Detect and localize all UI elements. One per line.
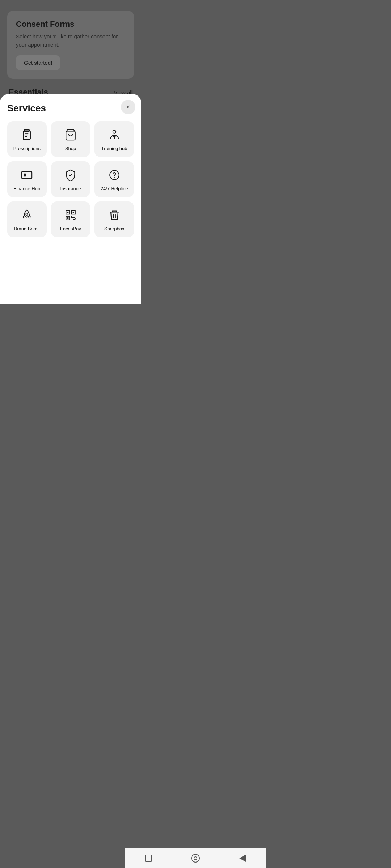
finance-service-label: Finance Hub [13,186,40,191]
prescriptions-service-icon [20,128,33,141]
finance-service-icon [20,169,33,182]
finance-service-svg [21,169,33,181]
modal-overlay: × Services Prescriptions [0,94,141,313]
brandboost-service-icon [20,209,33,222]
svg-point-14 [113,130,116,133]
prescription-service-svg [21,129,33,141]
svg-rect-24 [73,212,74,213]
insurance-service-svg [64,169,77,181]
svg-point-19 [114,177,115,178]
svg-rect-22 [67,212,68,213]
service-item-sharpbox[interactable]: Sharpbox [94,201,134,237]
modal-close-button[interactable]: × [121,100,135,114]
service-item-brandboost[interactable]: Brand Boost [7,201,47,237]
facespay-service-icon [64,209,77,222]
svg-rect-16 [22,171,32,179]
consent-description: Select how you'd like to gather consent … [16,33,125,49]
training-service-svg [108,129,121,141]
svg-point-20 [26,213,28,215]
helpline-service-label: 24/7 Helpline [101,186,128,191]
svg-rect-17 [24,174,26,177]
services-modal: × Services Prescriptions [0,94,141,304]
service-item-finance[interactable]: Finance Hub [7,161,47,197]
helpline-service-svg [108,169,121,181]
services-grid: Prescriptions Shop [7,121,134,237]
sharpbox-service-label: Sharpbox [104,226,125,231]
prescriptions-service-label: Prescriptions [13,146,41,151]
facespay-service-label: FacesPay [60,226,81,231]
service-item-insurance[interactable]: Insurance [51,161,91,197]
shop-service-icon [64,128,77,141]
helpline-service-icon [108,169,121,182]
sharpbox-service-icon [108,209,121,222]
trash-service-svg [108,209,121,221]
service-item-prescriptions[interactable]: Prescriptions [7,121,47,157]
get-started-button[interactable]: Get started! [16,55,60,70]
service-item-helpline[interactable]: 24/7 Helpline [94,161,134,197]
service-item-facespay[interactable]: FacesPay [51,201,91,237]
modal-title: Services [7,101,134,114]
consent-title: Consent Forms [16,20,125,29]
shop-service-svg [64,129,77,141]
svg-rect-26 [67,217,68,219]
training-service-icon [108,128,121,141]
qrcode-service-svg [64,209,77,221]
service-item-shop[interactable]: Shop [51,121,91,157]
brandboost-service-label: Brand Boost [14,226,40,231]
training-service-label: Training hub [101,146,127,151]
rocket-service-svg [21,209,33,221]
insurance-service-label: Insurance [60,186,81,191]
consent-card: Consent Forms Select how you'd like to g… [7,11,134,79]
insurance-service-icon [64,169,77,182]
shop-service-label: Shop [65,146,76,151]
service-item-training[interactable]: Training hub [94,121,134,157]
